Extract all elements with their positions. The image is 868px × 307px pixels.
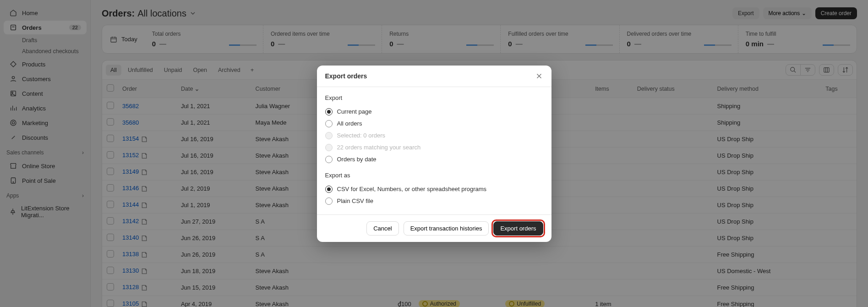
export-section-label: Export: [325, 94, 543, 101]
radio-selected-orders: Selected: 0 orders: [325, 130, 543, 142]
radio-label: Current page: [337, 108, 372, 115]
radio-label: Plain CSV file: [337, 197, 373, 204]
radio-icon: [325, 108, 333, 115]
modal-header: Export orders: [317, 66, 551, 87]
radio-matching-orders: 22 orders matching your search: [325, 142, 543, 154]
radio-label: Selected: 0 orders: [337, 132, 386, 139]
radio-current-page[interactable]: Current page: [325, 106, 543, 118]
radio-label: All orders: [337, 120, 362, 127]
export-modal: Export orders Export Current page All or…: [317, 66, 551, 242]
export-as-section-label: Export as: [325, 172, 543, 179]
radio-icon: [325, 132, 333, 139]
radio-all-orders[interactable]: All orders: [325, 118, 543, 130]
radio-csv-plain[interactable]: Plain CSV file: [325, 195, 543, 207]
radio-label: CSV for Excel, Numbers, or other spreads…: [337, 186, 487, 192]
export-transaction-histories-button[interactable]: Export transaction histories: [404, 221, 489, 236]
modal-footer: Cancel Export transaction histories Expo…: [317, 214, 551, 242]
modal-close-button[interactable]: [535, 72, 543, 80]
radio-icon: [325, 120, 333, 127]
radio-icon: [325, 156, 333, 163]
radio-csv-spreadsheet[interactable]: CSV for Excel, Numbers, or other spreads…: [325, 183, 543, 195]
modal-overlay: Export orders Export Current page All or…: [0, 0, 868, 307]
radio-label: Orders by date: [337, 156, 377, 163]
radio-icon: [325, 144, 333, 151]
export-orders-button[interactable]: Export orders: [493, 221, 543, 236]
modal-title: Export orders: [325, 72, 367, 80]
radio-orders-by-date[interactable]: Orders by date: [325, 154, 543, 165]
radio-icon: [325, 197, 333, 205]
radio-icon: [325, 186, 333, 193]
radio-label: 22 orders matching your search: [337, 144, 421, 151]
cancel-button[interactable]: Cancel: [366, 221, 399, 236]
